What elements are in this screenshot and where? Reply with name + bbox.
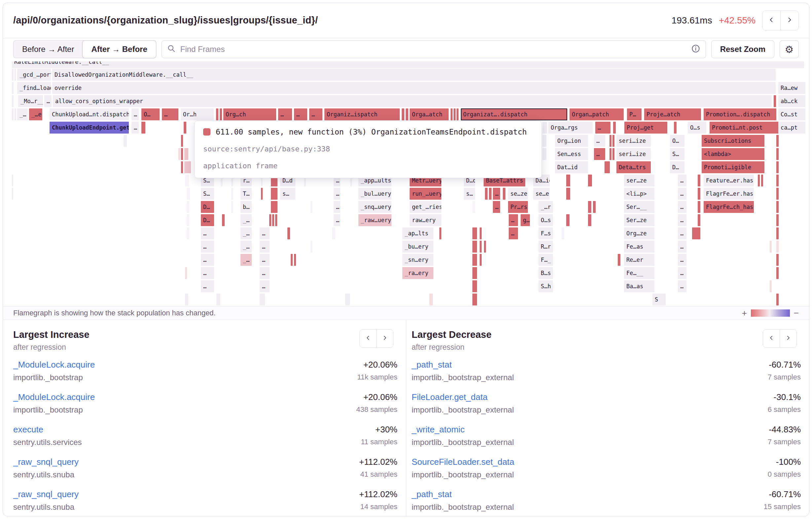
flame-frame[interactable]: … (132, 108, 139, 120)
flame-frame[interactable]: ChunkUpload…nt.dispatch (50, 108, 129, 120)
flame-frame[interactable]: … (493, 201, 500, 213)
flame-frame[interactable] (332, 227, 335, 239)
flame-frame[interactable] (609, 148, 611, 160)
flame-frame[interactable] (291, 254, 293, 266)
flame-frame[interactable]: … (334, 188, 340, 200)
flame-frame[interactable]: … (162, 108, 178, 120)
flame-frame[interactable]: … (260, 227, 269, 239)
flame-frame[interactable]: O… (141, 108, 160, 120)
flame-frame[interactable]: Ba…as (624, 280, 655, 292)
flame-frame[interactable]: _find…load (17, 82, 51, 94)
flame-frame[interactable] (216, 108, 219, 120)
flame-frame[interactable] (12, 95, 13, 107)
flame-frame[interactable] (402, 108, 404, 120)
flame-frame[interactable] (776, 214, 779, 226)
flame-frame[interactable]: … (260, 267, 269, 279)
flame-frame[interactable]: _… (17, 108, 28, 120)
flame-frame[interactable] (311, 241, 313, 252)
flame-frame[interactable]: T… (240, 188, 252, 200)
flame-frame[interactable] (618, 254, 620, 266)
flame-frame[interactable]: _raw…uery (358, 214, 392, 226)
flame-frame[interactable]: … (201, 254, 214, 266)
flame-frame[interactable] (231, 201, 233, 213)
function-link[interactable]: _raw_snql_query (13, 489, 79, 499)
flame-frame[interactable]: … (678, 227, 687, 239)
flame-frame[interactable]: _…r (539, 201, 553, 213)
flame-frame[interactable]: D… (670, 161, 685, 173)
flame-frame[interactable]: Ser…ze (624, 214, 655, 226)
flame-frame[interactable]: … (260, 241, 269, 252)
flame-frame[interactable]: Or…h (181, 108, 214, 120)
flame-frame[interactable]: S… (670, 148, 685, 160)
flame-frame[interactable] (774, 108, 776, 120)
flame-frame[interactable] (269, 214, 271, 226)
flame-frame[interactable]: B…s (539, 267, 553, 279)
flame-frame[interactable]: … (678, 174, 687, 187)
flame-frame[interactable]: allow_cors_options_wrapper (53, 95, 772, 107)
flame-frame[interactable] (181, 135, 183, 147)
flame-frame[interactable]: Promotion….dispatch (704, 108, 776, 120)
flame-frame[interactable] (776, 161, 779, 173)
flame-frame[interactable] (287, 227, 290, 239)
flame-frame[interactable] (294, 254, 296, 266)
flame-frame[interactable]: … (595, 121, 610, 134)
flame-frame[interactable]: _bu…ery (402, 241, 433, 252)
flame-frame[interactable] (451, 108, 453, 120)
flame-frame[interactable] (480, 227, 482, 239)
flame-frame[interactable]: … (678, 254, 687, 266)
flame-frame[interactable] (593, 201, 596, 213)
flame-frame[interactable]: FlagrFe…er.has (704, 188, 754, 200)
flame-frame[interactable]: … (260, 280, 269, 292)
flame-frame[interactable]: ab…ck (778, 95, 805, 107)
flame-frame[interactable] (776, 241, 779, 252)
function-link[interactable]: _ModuleLock.acquire (13, 360, 95, 370)
flame-frame[interactable] (770, 241, 772, 252)
flame-frame[interactable] (770, 280, 772, 292)
flame-frame[interactable]: Dat…id (555, 161, 588, 173)
flame-frame[interactable]: Pr…rs (508, 201, 528, 213)
flame-frame[interactable] (776, 135, 779, 147)
flame-frame[interactable] (776, 227, 779, 239)
flame-frame[interactable] (543, 121, 547, 134)
flame-frame[interactable] (272, 214, 274, 226)
flame-frame[interactable]: … (201, 267, 214, 279)
flame-frame[interactable]: … (678, 241, 687, 252)
flame-frame[interactable] (181, 161, 183, 173)
flame-frame[interactable]: FlagrFe…ch_has (704, 201, 754, 213)
flame-frame[interactable]: Orga…atch (410, 108, 448, 120)
flame-frame[interactable]: g… (521, 214, 530, 226)
flame-frame[interactable] (698, 214, 700, 226)
flame-frame[interactable]: … (294, 108, 307, 120)
flame-frame[interactable] (613, 121, 616, 134)
flame-frame[interactable] (454, 108, 456, 120)
flame-frame[interactable] (12, 108, 13, 120)
flame-frame[interactable]: ChunkUploadEndpoint.get (50, 121, 129, 134)
flame-frame[interactable] (187, 201, 189, 213)
flame-frame[interactable] (216, 294, 220, 305)
flame-frame[interactable]: get_…ries (410, 201, 441, 213)
flame-frame[interactable]: se…er (533, 188, 550, 200)
flame-frame[interactable] (12, 188, 13, 200)
flame-frame[interactable]: s… (464, 188, 475, 200)
flame-frame[interactable]: … (201, 280, 214, 292)
flame-frame[interactable] (472, 267, 477, 279)
flame-frame[interactable] (776, 148, 779, 160)
flame-frame[interactable]: … (260, 254, 269, 266)
prev-button[interactable] (762, 11, 780, 30)
flame-frame[interactable]: _ap…lts (402, 227, 433, 239)
function-link[interactable]: SourceFileLoader.set_data (412, 457, 514, 467)
flame-frame[interactable] (184, 148, 188, 160)
flame-frame[interactable] (484, 241, 486, 252)
flame-frame[interactable]: S… (201, 188, 214, 200)
flame-frame[interactable]: … (678, 280, 687, 292)
flame-frame[interactable]: O…s (688, 121, 706, 134)
flame-frame[interactable]: Org…ch (223, 108, 276, 120)
flame-frame[interactable] (187, 214, 189, 226)
flame-frame[interactable] (472, 241, 477, 252)
flame-frame[interactable] (758, 174, 760, 187)
flame-frame[interactable] (472, 201, 475, 213)
flame-frame[interactable]: RateLimitMiddleware.__call__ (12, 61, 804, 68)
flame-frame[interactable]: … (334, 214, 340, 226)
flame-frame[interactable] (609, 135, 611, 147)
flame-frame[interactable] (12, 69, 13, 81)
